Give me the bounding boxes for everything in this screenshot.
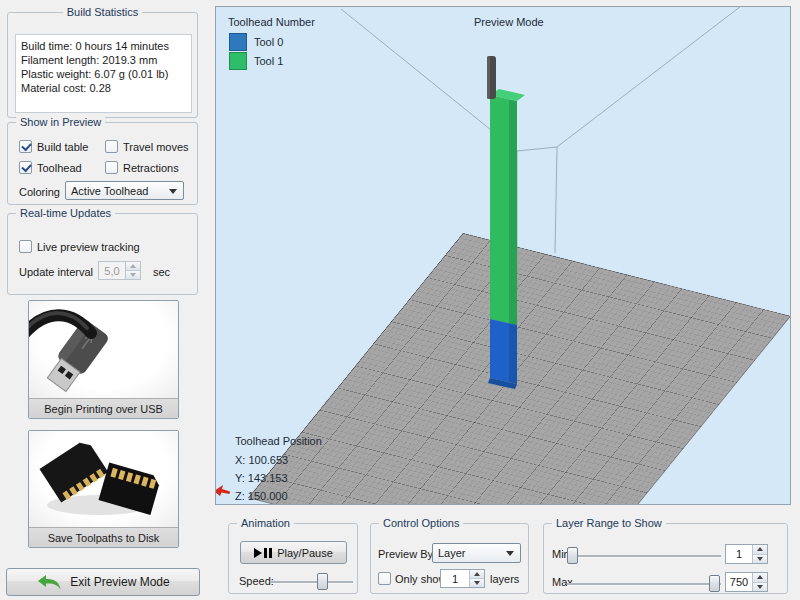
usb-cable-image	[29, 301, 178, 398]
legend-swatch-tool0	[229, 33, 247, 51]
toolhead-position-z: Z: 150.000	[235, 490, 288, 502]
animation-group: Animation Play/Pause Speed:	[228, 523, 358, 594]
min-slider-thumb[interactable]	[567, 547, 578, 564]
show-in-preview-title: Show in Preview	[16, 116, 105, 128]
checkbox-travel-moves-label: Travel moves	[123, 141, 189, 153]
toolhead-position-title: Toolhead Position	[235, 435, 322, 447]
checkbox-build-table-label: Build table	[37, 141, 88, 153]
build-statistics-group: Build Statistics Build time: 0 hours 14 …	[7, 12, 198, 118]
speed-slider-thumb[interactable]	[317, 573, 328, 590]
legend-title: Toolhead Number	[228, 16, 315, 28]
update-interval-value: 5,0	[99, 262, 125, 279]
animation-title: Animation	[237, 517, 294, 529]
max-layer-spinner[interactable]: 750	[725, 572, 768, 592]
spinner-down-icon[interactable]	[753, 554, 767, 564]
play-icon	[254, 548, 262, 558]
checkbox-retractions[interactable]	[105, 161, 118, 174]
exit-button-label: Exit Preview Mode	[70, 575, 169, 589]
stat-filament-length: Filament length: 2019.3 mm	[21, 53, 186, 67]
max-slider-thumb[interactable]	[709, 575, 720, 592]
update-interval-label: Update interval	[19, 266, 93, 278]
preview-by-dropdown[interactable]: Layer	[432, 543, 521, 563]
spinner-up-icon[interactable]	[753, 545, 767, 554]
max-label: Max	[552, 576, 573, 588]
checkbox-toolhead[interactable]	[19, 161, 32, 174]
legend-swatch-tool1	[229, 52, 247, 70]
only-show-spinner[interactable]: 1	[440, 569, 485, 588]
chevron-down-icon	[169, 189, 177, 194]
spinner-up-icon[interactable]	[470, 570, 484, 578]
checkbox-toolhead-label: Toolhead	[37, 162, 82, 174]
coloring-dropdown-value: Active Toolhead	[71, 185, 148, 197]
preview-mode-window: { "left_panel": { "build_statistics": { …	[0, 0, 800, 600]
update-interval-unit: sec	[153, 266, 170, 278]
sd-cards-image	[29, 431, 178, 527]
min-layer-value: 1	[726, 545, 752, 563]
play-pause-label: Play/Pause	[277, 547, 333, 559]
stat-plastic-weight: Plastic weight: 6.07 g (0.01 lb)	[21, 67, 186, 81]
max-layer-value: 750	[726, 573, 752, 591]
sd-button-label: Save Toolpaths to Disk	[29, 527, 178, 547]
spinner-up-icon	[126, 262, 140, 270]
build-statistics-box: Build time: 0 hours 14 minutes Filament …	[15, 34, 192, 113]
legend-label-tool1: Tool 1	[254, 55, 283, 67]
toolhead-position-y: Y: 143.153	[235, 472, 288, 484]
speed-slider-track[interactable]	[271, 581, 353, 584]
preview-by-value: Layer	[438, 547, 466, 559]
usb-button-label: Begin Printing over USB	[29, 398, 178, 418]
realtime-updates-title: Real-time Updates	[16, 207, 115, 219]
legend-label-tool0: Tool 0	[254, 36, 283, 48]
only-show-label: Only show	[395, 573, 446, 585]
x-axis-arrow-icon	[215, 484, 230, 497]
save-toolpaths-disk-button[interactable]: Save Toolpaths to Disk	[28, 430, 179, 548]
checkbox-live-preview-label: Live preview tracking	[37, 241, 140, 253]
coloring-dropdown[interactable]: Active Toolhead	[65, 181, 184, 200]
checkbox-live-preview-tracking[interactable]	[19, 240, 32, 253]
printed-tower	[216, 7, 790, 504]
checkbox-build-table[interactable]	[19, 140, 32, 153]
layers-label: layers	[490, 573, 519, 585]
checkbox-retractions-label: Retractions	[123, 162, 179, 174]
max-slider-track[interactable]	[567, 583, 721, 586]
stat-material-cost: Material cost: 0.28	[21, 81, 186, 95]
pause-icon	[264, 548, 272, 558]
checkbox-only-show[interactable]	[378, 572, 391, 585]
build-statistics-title: Build Statistics	[63, 6, 143, 18]
play-pause-button[interactable]: Play/Pause	[240, 541, 347, 564]
toolhead-position-x: X: 100.653	[235, 454, 288, 466]
min-slider-track[interactable]	[567, 555, 721, 558]
coloring-label: Coloring	[19, 186, 60, 198]
spinner-up-icon[interactable]	[753, 573, 767, 582]
preview-mode-label: Preview Mode	[474, 16, 544, 28]
spinner-down-icon	[126, 270, 140, 279]
chevron-down-icon	[506, 551, 514, 556]
exit-arrow-icon	[36, 574, 62, 590]
begin-printing-usb-button[interactable]: Begin Printing over USB	[28, 300, 179, 419]
min-layer-spinner[interactable]: 1	[725, 544, 768, 564]
stat-build-time: Build time: 0 hours 14 minutes	[21, 39, 186, 53]
realtime-updates-group: Real-time Updates Live preview tracking …	[7, 213, 198, 295]
layer-range-title: Layer Range to Show	[552, 517, 666, 529]
spinner-down-icon[interactable]	[470, 578, 484, 587]
preview-3d-viewport[interactable]: Toolhead Number Tool 0 Tool 1 Preview Mo…	[215, 6, 791, 505]
control-options-title: Control Options	[379, 517, 463, 529]
only-show-value: 1	[441, 570, 469, 587]
control-options-group: Control Options Preview By Layer Only sh…	[370, 523, 529, 594]
show-in-preview-group: Show in Preview Build table Travel moves…	[7, 122, 198, 205]
preview-by-label: Preview By	[378, 548, 433, 560]
checkbox-travel-moves[interactable]	[105, 140, 118, 153]
exit-preview-mode-button[interactable]: Exit Preview Mode	[6, 568, 200, 596]
spinner-down-icon[interactable]	[753, 582, 767, 592]
layer-range-group: Layer Range to Show Min 1 Max 750	[543, 523, 788, 594]
update-interval-spinner: 5,0	[98, 261, 141, 280]
speed-label: Speed:	[239, 575, 274, 587]
